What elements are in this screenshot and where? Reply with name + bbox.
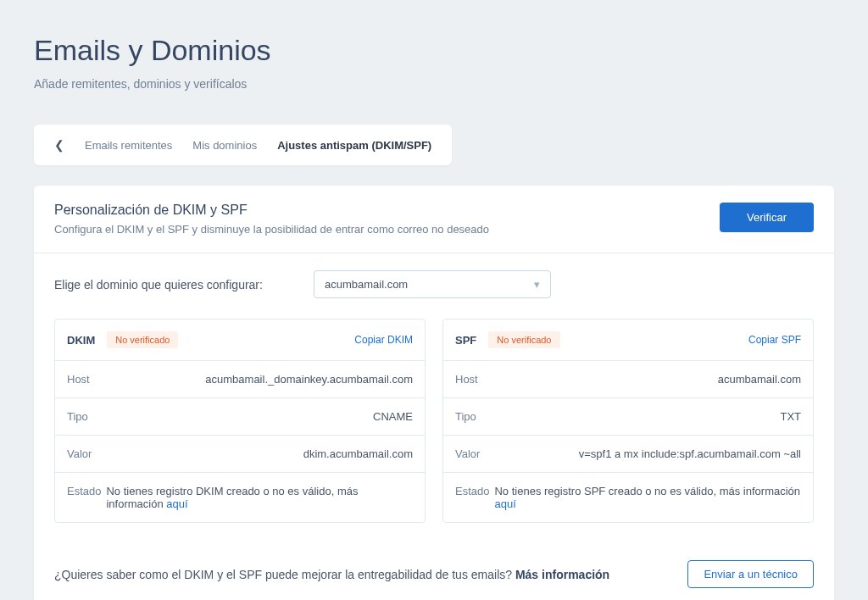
spf-status-text: No tienes registro SPF creado o no es vá… — [494, 485, 801, 510]
page-title: Emails y Dominios — [34, 34, 834, 67]
chevron-down-icon: ▾ — [534, 278, 540, 291]
spf-status-label: Estado — [455, 485, 489, 510]
dkim-card: DKIM No verificado Copiar DKIM Host acum… — [54, 319, 426, 523]
spf-card-header: SPF No verificado Copiar SPF — [443, 319, 813, 360]
footer-text: ¿Quieres saber como el DKIM y el SPF pue… — [54, 568, 609, 581]
records-row: DKIM No verificado Copiar DKIM Host acum… — [34, 315, 834, 540]
spf-value-value: v=spf1 a mx include:spf.acumbamail.com ~… — [579, 447, 801, 460]
tab-ajustes-antispam[interactable]: Ajustes antispam (DKIM/SPF) — [277, 139, 431, 152]
spf-type-value: TXT — [780, 410, 801, 423]
main-panel: Personalización de DKIM y SPF Configura … — [34, 186, 834, 600]
dkim-status-text: No tienes registro DKIM creado o no es v… — [106, 485, 413, 510]
dkim-name: DKIM — [67, 334, 95, 347]
spf-type-row: Tipo TXT — [443, 397, 813, 435]
copy-dkim-link[interactable]: Copiar DKIM — [354, 334, 413, 346]
domain-select[interactable]: acumbamail.com ▾ — [314, 270, 551, 298]
spf-host-label: Host — [455, 373, 478, 386]
spf-card-header-left: SPF No verificado — [455, 331, 560, 348]
spf-status-text-content: No tienes registro SPF creado o no es vá… — [494, 485, 800, 497]
dkim-status-link[interactable]: aquí — [166, 497, 187, 510]
domain-selector-row: Elige el dominio que quieres configurar:… — [34, 253, 834, 315]
dkim-host-label: Host — [67, 373, 90, 386]
dkim-value-label: Valor — [67, 447, 92, 460]
spf-status-badge: No verificado — [488, 331, 559, 348]
dkim-status-label: Estado — [67, 485, 101, 510]
spf-status-row: Estado No tienes registro SPF creado o n… — [443, 472, 813, 522]
spf-host-value: acumbamail.com — [718, 373, 801, 386]
dkim-value-row: Valor dkim.acumbamail.com — [55, 435, 425, 472]
dkim-host-value: acumbamail._domainkey.acumbamail.com — [205, 373, 413, 386]
dkim-type-label: Tipo — [67, 410, 88, 423]
page-subtitle: Añade remitentes, dominios y verifícalos — [34, 77, 834, 91]
send-to-technician-button[interactable]: Enviar a un técnico — [687, 560, 814, 588]
dkim-status-row: Estado No tienes registro DKIM creado o … — [55, 472, 425, 522]
dkim-type-value: CNAME — [373, 410, 413, 423]
spf-card: SPF No verificado Copiar SPF Host acumba… — [442, 319, 814, 523]
panel-title: Personalización de DKIM y SPF — [54, 203, 489, 218]
dkim-host-row: Host acumbamail._domainkey.acumbamail.co… — [55, 360, 425, 397]
dkim-value-value: dkim.acumbamail.com — [303, 447, 413, 460]
domain-selector-label: Elige el dominio que quieres configurar: — [54, 278, 263, 292]
panel-desc: Configura el DKIM y el SPF y disminuye l… — [54, 223, 489, 236]
footer-question: ¿Quieres saber como el DKIM y el SPF pue… — [54, 568, 515, 581]
tab-emails-remitentes[interactable]: Emails remitentes — [85, 139, 172, 152]
footer-more-info-link[interactable]: Más información — [515, 568, 609, 581]
footer-row: ¿Quieres saber como el DKIM y el SPF pue… — [34, 540, 834, 600]
tabs-card: ❮ Emails remitentes Mis dominios Ajustes… — [34, 125, 452, 165]
spf-value-row: Valor v=spf1 a mx include:spf.acumbamail… — [443, 435, 813, 472]
spf-name: SPF — [455, 334, 476, 347]
spf-type-label: Tipo — [455, 410, 476, 423]
dkim-card-header: DKIM No verificado Copiar DKIM — [55, 319, 425, 360]
panel-header-text: Personalización de DKIM y SPF Configura … — [54, 203, 489, 236]
verify-button[interactable]: Verificar — [720, 203, 814, 232]
dkim-card-header-left: DKIM No verificado — [67, 331, 178, 348]
spf-status-link[interactable]: aquí — [494, 497, 515, 510]
copy-spf-link[interactable]: Copiar SPF — [748, 334, 801, 346]
back-chevron-icon[interactable]: ❮ — [54, 138, 64, 152]
spf-host-row: Host acumbamail.com — [443, 360, 813, 397]
tab-mis-dominios[interactable]: Mis dominios — [192, 139, 257, 152]
panel-header: Personalización de DKIM y SPF Configura … — [34, 186, 834, 253]
dkim-status-text-content: No tienes registro DKIM creado o no es v… — [106, 485, 358, 510]
dkim-type-row: Tipo CNAME — [55, 397, 425, 435]
dkim-status-badge: No verificado — [107, 331, 178, 348]
spf-value-label: Valor — [455, 447, 480, 460]
domain-select-value: acumbamail.com — [325, 278, 408, 291]
